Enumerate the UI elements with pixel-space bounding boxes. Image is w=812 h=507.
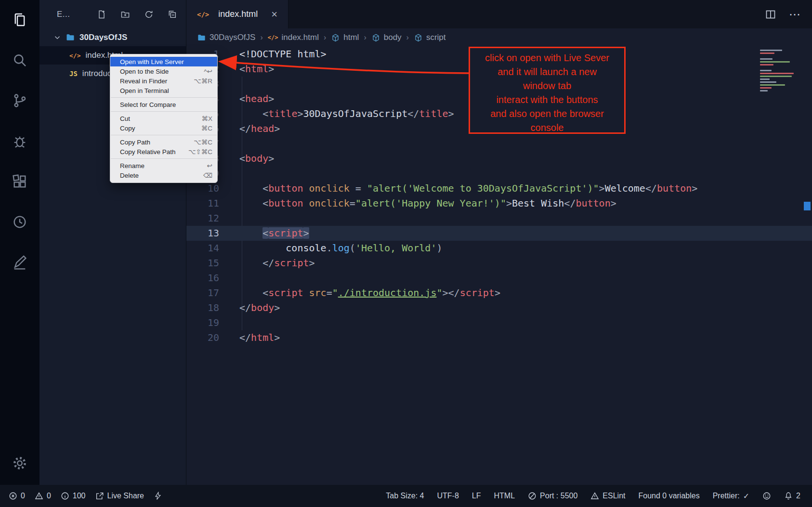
context-menu: Open with Live ServerOpen to the Side^↩R… [110, 54, 218, 183]
menu-item-copy-path[interactable]: Copy Path⌥⌘C [110, 137, 217, 147]
symbol-cube-icon [414, 33, 423, 42]
history-icon[interactable] [12, 214, 28, 230]
breadcrumb-item-script[interactable]: script [414, 33, 446, 42]
breadcrumb-item-30daysofjs[interactable]: 30DaysOfJS [197, 33, 255, 42]
encoding-status[interactable]: UTF-8 [437, 492, 459, 500]
line-number: 18 [186, 300, 219, 315]
prettier-label: Prettier: [713, 492, 740, 500]
refresh-icon[interactable] [144, 9, 154, 20]
line-number: 16 [186, 271, 219, 286]
code-line[interactable]: 6</head> [186, 121, 812, 136]
code-line[interactable]: 4<head> [186, 91, 812, 106]
split-editor-icon[interactable] [765, 9, 776, 20]
warnings-status[interactable]: 0 [35, 492, 51, 500]
live-share-status[interactable]: Live Share [95, 492, 144, 500]
menu-item-label: Rename [120, 162, 200, 169]
breadcrumb-item-index.html[interactable]: </>index.html [268, 33, 319, 42]
variables-status[interactable]: Found 0 variables [638, 492, 699, 500]
code-line[interactable]: 20</html> [186, 330, 812, 345]
code-line[interactable]: 10 <button onclick = "alert('Welcome to … [186, 181, 812, 196]
code-line[interactable]: 12 [186, 211, 812, 226]
menu-item-open-in-terminal[interactable]: Open in Terminal [110, 86, 217, 95]
folder-icon [197, 33, 206, 42]
bell-icon [784, 492, 793, 500]
breadcrumb-label: 30DaysOfJS [210, 33, 255, 42]
line-number: 10 [186, 181, 219, 196]
eol-status[interactable]: LF [472, 492, 481, 500]
symbol-cube-icon [371, 33, 380, 42]
pencil-icon[interactable] [12, 254, 28, 271]
feedback-status[interactable] [762, 492, 771, 500]
variables-label: Found 0 variables [638, 492, 699, 500]
code-line[interactable]: 3 [186, 77, 812, 91]
code-line[interactable]: 5 <title>30DaysOfJavaScript</title> [186, 106, 812, 121]
tab-close-icon[interactable]: × [269, 8, 279, 21]
breadcrumb-item-html[interactable]: html [331, 33, 359, 42]
menu-item-label: Select for Compare [120, 101, 212, 108]
new-file-icon[interactable] [97, 9, 106, 20]
overview-ruler-marker [804, 202, 811, 210]
tree-root-30daysofjs[interactable]: 30DaysOfJS [39, 28, 186, 46]
code-line[interactable]: 18</body> [186, 300, 812, 315]
prettier-status[interactable]: Prettier: ✓ [713, 492, 749, 501]
more-actions-icon[interactable]: ⋯ [789, 8, 801, 21]
code-line[interactable]: 1<!DOCTYPE html> [186, 47, 812, 62]
error-icon [9, 492, 17, 500]
notifications-count: 2 [796, 492, 800, 500]
menu-item-open-to-the-side[interactable]: Open to the Side^↩ [110, 66, 217, 76]
menu-item-shortcut: ⌘X [201, 115, 212, 122]
language-status[interactable]: HTML [494, 492, 515, 500]
port-status[interactable]: Port : 5500 [528, 492, 577, 500]
eslint-status[interactable]: ESLint [590, 492, 625, 500]
extensions-icon[interactable] [12, 173, 28, 190]
tab-index-html[interactable]: </> index.html × [186, 0, 288, 28]
menu-item-open-with-live-server[interactable]: Open with Live Server [110, 57, 217, 66]
code-line[interactable]: 7 [186, 136, 812, 151]
code-line[interactable]: 8<body> [186, 151, 812, 166]
breadcrumb-item-body[interactable]: body [371, 33, 402, 42]
code-line[interactable]: 11 <button onclick="alert('Happy New Yea… [186, 196, 812, 211]
notifications-status[interactable]: 2 [784, 492, 800, 500]
code-line[interactable]: 9 [186, 166, 812, 181]
code-area[interactable]: 1<!DOCTYPE html>2<html>34<head>5 <title>… [186, 47, 812, 345]
new-folder-icon[interactable] [120, 9, 130, 20]
eslint-warning-icon [590, 492, 599, 500]
menu-item-cut[interactable]: Cut⌘X [110, 114, 217, 123]
menu-item-shortcut: ⌥⇧⌘C [188, 148, 212, 156]
source-control-icon[interactable] [12, 92, 28, 109]
js-file-icon: JS [69, 70, 78, 78]
menu-item-copy[interactable]: Copy⌘C [110, 123, 217, 133]
settings-gear-icon[interactable] [12, 455, 28, 471]
menu-item-delete[interactable]: Delete⌫ [110, 170, 217, 180]
menu-item-select-for-compare[interactable]: Select for Compare [110, 100, 217, 109]
explorer-title: E... [57, 10, 70, 19]
errors-count: 0 [21, 492, 25, 500]
menu-item-rename[interactable]: Rename↩ [110, 161, 217, 170]
code-line[interactable]: 2<html> [186, 62, 812, 77]
line-number: 14 [186, 241, 219, 256]
code-line[interactable]: 14 console.log('Hello, World') [186, 241, 812, 256]
code-line[interactable]: 19 [186, 315, 812, 330]
code-line[interactable]: 17 <script src="./introduction.js"></scr… [186, 286, 812, 300]
minimap[interactable] [760, 50, 798, 93]
editor: 1<!DOCTYPE html>2<html>34<head>5 <title>… [186, 47, 812, 485]
code-line[interactable]: 16 [186, 271, 812, 286]
info-status[interactable]: 100 [61, 492, 86, 500]
smiley-icon [762, 492, 771, 500]
collapse-all-icon[interactable] [168, 9, 177, 20]
tab-size-status[interactable]: Tab Size: 4 [386, 492, 424, 500]
menu-item-shortcut: ⌥⌘R [194, 77, 212, 85]
explorer-icon[interactable] [12, 12, 28, 28]
code-line[interactable]: 15 </script> [186, 256, 812, 271]
editor-group: </> index.html × ⋯ 30DaysOfJS›</>index.h… [186, 0, 812, 485]
search-icon[interactable] [12, 52, 28, 68]
bolt-status[interactable] [154, 492, 162, 500]
breadcrumb-separator: › [406, 33, 409, 42]
code-line[interactable]: 13 <script> [186, 226, 812, 241]
menu-item-shortcut: ^↩ [204, 67, 212, 75]
debug-icon[interactable] [12, 133, 28, 149]
line-number: 12 [186, 211, 219, 226]
menu-item-reveal-in-finder[interactable]: Reveal in Finder⌥⌘R [110, 76, 217, 86]
menu-item-copy-relative-path[interactable]: Copy Relative Path⌥⇧⌘C [110, 147, 217, 156]
errors-status[interactable]: 0 [9, 492, 25, 500]
